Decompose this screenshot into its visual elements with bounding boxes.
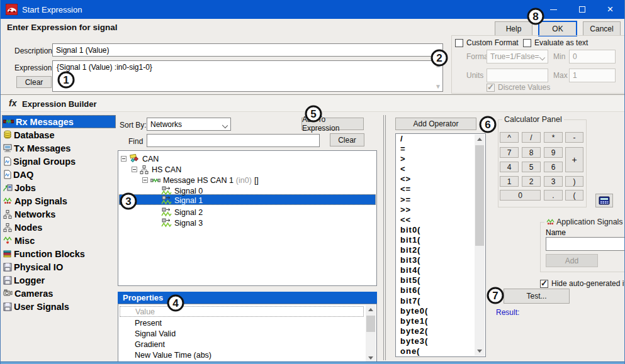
operator-item[interactable]: bit1( <box>396 235 485 245</box>
sidebar-item-nodes[interactable]: Nodes <box>2 221 116 234</box>
min-field[interactable]: 0 <box>569 50 616 63</box>
calc-key-minus[interactable]: - <box>565 132 583 143</box>
ok-button[interactable]: OK <box>538 21 577 36</box>
calc-key-8[interactable]: 8 <box>522 147 541 158</box>
calc-key-4[interactable]: 4 <box>500 162 519 172</box>
operator-item[interactable]: byte3( <box>396 336 485 346</box>
sidebar-item-logger[interactable]: Logger <box>2 273 116 287</box>
property-row-gradient[interactable]: Gradient <box>120 339 364 350</box>
checkbox-icon[interactable] <box>455 39 463 47</box>
sidebar-item-jobs[interactable]: Jobs <box>2 181 116 194</box>
format-dropdown[interactable]: True=1/False= <box>487 50 548 63</box>
operator-item[interactable]: bit2( <box>396 245 485 255</box>
calc-key-multiply[interactable]: * <box>544 132 563 143</box>
property-row-value[interactable]: Value <box>120 306 364 317</box>
calculator-toggle-button[interactable] <box>595 194 613 207</box>
calc-key-0[interactable]: 0 <box>500 190 541 201</box>
tree-row-signal-1-selected[interactable]: Signal 1 <box>161 195 203 206</box>
scroll-down-icon[interactable]: ▼ <box>435 84 441 89</box>
property-row-new-value-time[interactable]: New Value Time (abs) <box>120 350 364 360</box>
add-signal-button[interactable]: Add <box>546 254 598 267</box>
discrete-values-checkbox[interactable]: Discrete Values <box>487 83 550 92</box>
operator-item[interactable]: bit3( <box>396 255 485 265</box>
operator-item[interactable]: byte1( <box>396 316 485 326</box>
calc-key-3[interactable]: 3 <box>544 176 563 187</box>
sidebar-item-rx-messages[interactable]: Rx Messages <box>2 115 116 128</box>
expression-field[interactable]: {Signal 1 (Value) :in0-sig1-0} ▲ ▼ <box>52 60 443 92</box>
calc-key-2[interactable]: 2 <box>522 176 541 187</box>
test-button[interactable]: Test... <box>504 289 570 304</box>
tree-row-hs-can[interactable]: HS CAN <box>132 164 181 175</box>
calc-key-9[interactable]: 9 <box>544 147 563 158</box>
tree-row-signal-2[interactable]: Signal 2 <box>161 207 203 218</box>
operator-item[interactable]: <= <box>396 184 485 194</box>
operator-item[interactable]: byte0( <box>396 306 485 316</box>
operator-item[interactable]: = <box>396 144 485 154</box>
sidebar-item-database[interactable]: Database <box>2 128 116 141</box>
tree-row-can[interactable]: CAN <box>121 153 159 164</box>
calc-key-divide[interactable]: / <box>522 132 541 143</box>
property-row-present[interactable]: Present <box>120 317 364 328</box>
clear-find-button[interactable]: Clear <box>330 133 364 146</box>
scroll-down-icon[interactable] <box>366 353 376 363</box>
property-row-signal-valid[interactable]: Signal Valid <box>120 328 364 339</box>
sidebar-item-app-signals[interactable]: App Signals <box>2 194 116 207</box>
operator-item[interactable]: / <box>396 134 485 144</box>
calc-key-5[interactable]: 5 <box>522 162 541 172</box>
max-field[interactable]: 1 <box>569 69 616 82</box>
find-input[interactable] <box>147 134 320 147</box>
checkbox-checked-icon[interactable] <box>487 84 495 92</box>
operator-item[interactable]: byte2( <box>396 326 485 336</box>
sidebar-item-misc[interactable]: Misc <box>2 234 116 247</box>
scrollbar-thumb[interactable] <box>366 316 375 332</box>
operator-item[interactable]: < <box>396 164 485 174</box>
operator-item[interactable]: > <box>396 154 485 164</box>
calc-key-decimal[interactable]: . <box>544 190 563 201</box>
checkbox-checked-icon[interactable] <box>540 280 548 288</box>
collapse-icon[interactable] <box>132 167 137 172</box>
signal-name-input[interactable] <box>546 237 625 251</box>
maximize-button[interactable] <box>568 0 596 19</box>
calc-key-7[interactable]: 7 <box>500 147 519 158</box>
operator-item[interactable]: bit0( <box>396 225 485 235</box>
calc-key-plus[interactable]: + <box>565 147 583 172</box>
operator-scrollbar[interactable] <box>475 135 485 356</box>
scroll-up-icon[interactable] <box>366 305 376 314</box>
evaluate-as-text-checkbox[interactable]: Evaluate as text <box>523 38 588 47</box>
sidebar-item-function-blocks[interactable]: Function Blocks <box>2 247 116 260</box>
description-field[interactable]: Signal 1 (Value) <box>52 43 443 57</box>
sidebar-item-user-signals[interactable]: User Signals <box>2 300 116 313</box>
tree-row-signal-3[interactable]: Signal 3 <box>161 218 203 228</box>
sidebar-item-cameras[interactable]: Cameras <box>2 287 116 300</box>
operator-item[interactable]: bit5( <box>396 275 485 285</box>
units-field[interactable] <box>487 69 548 82</box>
calc-key-6[interactable]: 6 <box>544 162 563 172</box>
collapse-icon[interactable] <box>121 156 127 162</box>
cancel-button[interactable]: Cancel <box>583 21 621 36</box>
close-button[interactable]: × <box>596 0 624 19</box>
sidebar-item-daq[interactable]: DAQ <box>2 168 116 181</box>
properties-scrollbar[interactable] <box>366 305 376 363</box>
sidebar-item-tx-messages[interactable]: Tx Messages <box>2 141 116 155</box>
scroll-up-icon[interactable] <box>475 135 485 144</box>
calc-key-power[interactable]: ^ <box>500 132 519 143</box>
add-operator-button[interactable]: Add Operator <box>395 118 476 130</box>
sidebar-item-physical-io[interactable]: Physical IO <box>2 260 116 273</box>
custom-format-checkbox[interactable]: Custom Format <box>455 38 519 47</box>
operator-item[interactable]: bit6( <box>396 285 485 295</box>
hide-auto-generated-checkbox[interactable]: Hide auto-generated items <box>540 279 625 288</box>
operator-item[interactable]: >> <box>396 205 485 215</box>
checkbox-icon[interactable] <box>523 39 531 47</box>
operator-item[interactable]: >= <box>396 195 485 205</box>
vertical-splitter[interactable] <box>383 115 386 360</box>
operator-item[interactable]: one( <box>396 346 485 356</box>
operator-item[interactable]: bit7( <box>396 296 485 306</box>
calc-key-open-paren[interactable]: ( <box>565 190 583 201</box>
sidebar-item-signal-groups[interactable]: Signal Groups <box>2 155 116 168</box>
collapse-icon[interactable] <box>142 177 148 183</box>
scroll-down-icon[interactable] <box>475 346 485 356</box>
scrollbar-thumb[interactable] <box>475 145 484 246</box>
operator-item[interactable]: bit4( <box>396 265 485 275</box>
help-button[interactable]: Help <box>495 21 532 36</box>
clear-expression-button[interactable]: Clear <box>16 76 52 88</box>
